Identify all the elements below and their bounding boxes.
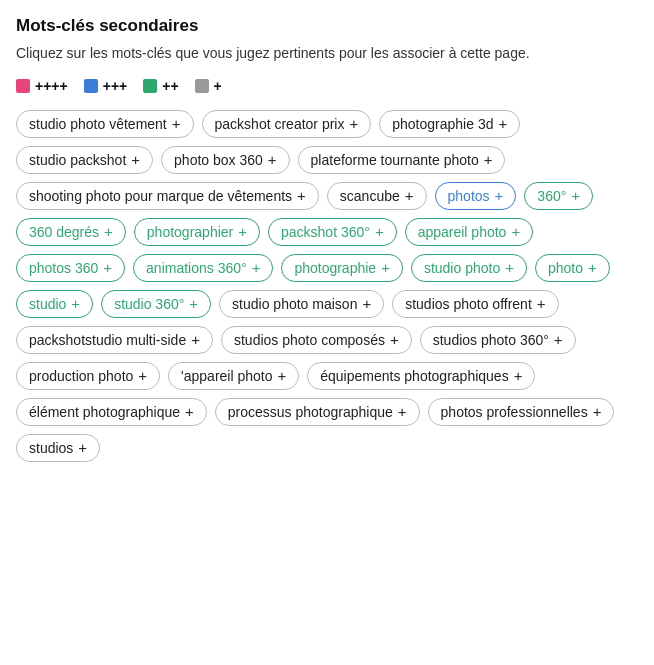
legend: ++++++++++ xyxy=(16,78,638,94)
tag-label: photos xyxy=(448,188,490,204)
tag[interactable]: photographie+ xyxy=(281,254,403,282)
tag[interactable]: élément photographique+ xyxy=(16,398,207,426)
tag-plus-icon: + xyxy=(537,296,546,311)
tag[interactable]: studio 360°+ xyxy=(101,290,211,318)
tag-label: 'appareil photo xyxy=(181,368,272,384)
legend-item: +++ xyxy=(84,78,128,94)
tag[interactable]: processus photographique+ xyxy=(215,398,420,426)
tag-plus-icon: + xyxy=(498,116,507,131)
tag-label: packshotstudio multi-side xyxy=(29,332,186,348)
tag[interactable]: scancube+ xyxy=(327,182,427,210)
tag-plus-icon: + xyxy=(104,224,113,239)
legend-dot xyxy=(195,79,209,93)
tag[interactable]: packshotstudio multi-side+ xyxy=(16,326,213,354)
tag[interactable]: studios photo composés+ xyxy=(221,326,412,354)
legend-label: ++++ xyxy=(35,78,68,94)
legend-dot xyxy=(16,79,30,93)
tag-label: studios photo 360° xyxy=(433,332,549,348)
tag-plus-icon: + xyxy=(381,260,390,275)
tag[interactable]: photo box 360+ xyxy=(161,146,290,174)
tag-plus-icon: + xyxy=(131,152,140,167)
tag-label: production photo xyxy=(29,368,133,384)
tag-label: photo xyxy=(548,260,583,276)
tag[interactable]: animations 360°+ xyxy=(133,254,273,282)
tag-plus-icon: + xyxy=(390,332,399,347)
tag-label: processus photographique xyxy=(228,404,393,420)
tag-label: studio photo maison xyxy=(232,296,357,312)
tag[interactable]: shooting photo pour marque de vêtements+ xyxy=(16,182,319,210)
legend-label: + xyxy=(214,78,222,94)
tag-label: studio photo vêtement xyxy=(29,116,167,132)
tag[interactable]: packshot 360°+ xyxy=(268,218,397,246)
tag-label: packshot 360° xyxy=(281,224,370,240)
legend-item: + xyxy=(195,78,222,94)
page-subtitle: Cliquez sur les mots-clés que vous jugez… xyxy=(16,44,638,64)
tag[interactable]: 'appareil photo+ xyxy=(168,362,299,390)
tag-plus-icon: + xyxy=(362,296,371,311)
tag-plus-icon: + xyxy=(375,224,384,239)
tag[interactable]: studio photo+ xyxy=(411,254,527,282)
legend-item: ++++ xyxy=(16,78,68,94)
page-title: Mots-clés secondaires xyxy=(16,16,638,36)
tag[interactable]: photos professionnelles+ xyxy=(428,398,615,426)
tag[interactable]: 360 degrés+ xyxy=(16,218,126,246)
tag-plus-icon: + xyxy=(495,188,504,203)
tag-plus-icon: + xyxy=(484,152,493,167)
tag-plus-icon: + xyxy=(349,116,358,131)
tag[interactable]: appareil photo+ xyxy=(405,218,534,246)
tag-plus-icon: + xyxy=(571,188,580,203)
tag[interactable]: studio+ xyxy=(16,290,93,318)
tag[interactable]: studio photo vêtement+ xyxy=(16,110,194,138)
tag-label: photos professionnelles xyxy=(441,404,588,420)
tags-container: studio photo vêtement+packshot creator p… xyxy=(16,110,638,462)
tag[interactable]: studio photo maison+ xyxy=(219,290,384,318)
tag[interactable]: équipements photographiques+ xyxy=(307,362,535,390)
tag-plus-icon: + xyxy=(588,260,597,275)
tag[interactable]: photos+ xyxy=(435,182,517,210)
tag-label: studio 360° xyxy=(114,296,184,312)
legend-label: ++ xyxy=(162,78,178,94)
tag[interactable]: studio packshot+ xyxy=(16,146,153,174)
tag[interactable]: photographier+ xyxy=(134,218,260,246)
tag[interactable]: packshot creator prix+ xyxy=(202,110,372,138)
tag-label: animations 360° xyxy=(146,260,247,276)
tag-plus-icon: + xyxy=(278,368,287,383)
tag-plus-icon: + xyxy=(103,260,112,275)
tag[interactable]: studios photo offrent+ xyxy=(392,290,558,318)
tag-plus-icon: + xyxy=(593,404,602,419)
legend-dot xyxy=(143,79,157,93)
tag-label: équipements photographiques xyxy=(320,368,508,384)
tag[interactable]: production photo+ xyxy=(16,362,160,390)
tag-label: 360 degrés xyxy=(29,224,99,240)
tag-plus-icon: + xyxy=(252,260,261,275)
tag-label: studios photo composés xyxy=(234,332,385,348)
tag[interactable]: studios+ xyxy=(16,434,100,462)
tag[interactable]: photos 360+ xyxy=(16,254,125,282)
tag-plus-icon: + xyxy=(238,224,247,239)
tag[interactable]: studios photo 360°+ xyxy=(420,326,576,354)
tag-plus-icon: + xyxy=(297,188,306,203)
tag-label: élément photographique xyxy=(29,404,180,420)
tag-label: photographie xyxy=(294,260,376,276)
tag-label: studio packshot xyxy=(29,152,126,168)
tag-plus-icon: + xyxy=(268,152,277,167)
tag-label: photographier xyxy=(147,224,233,240)
tag-plus-icon: + xyxy=(191,332,200,347)
tag-label: photos 360 xyxy=(29,260,98,276)
tag-label: studio photo xyxy=(424,260,500,276)
tag-label: scancube xyxy=(340,188,400,204)
tag-plus-icon: + xyxy=(554,332,563,347)
tag-plus-icon: + xyxy=(511,224,520,239)
tag-plus-icon: + xyxy=(505,260,514,275)
tag-label: plateforme tournante photo xyxy=(311,152,479,168)
tag-plus-icon: + xyxy=(78,440,87,455)
tag[interactable]: photographie 3d+ xyxy=(379,110,520,138)
tag-plus-icon: + xyxy=(398,404,407,419)
tag-plus-icon: + xyxy=(138,368,147,383)
tag[interactable]: 360°+ xyxy=(524,182,593,210)
tag[interactable]: plateforme tournante photo+ xyxy=(298,146,506,174)
tag-plus-icon: + xyxy=(172,116,181,131)
tag[interactable]: photo+ xyxy=(535,254,610,282)
tag-label: photographie 3d xyxy=(392,116,493,132)
tag-label: shooting photo pour marque de vêtements xyxy=(29,188,292,204)
